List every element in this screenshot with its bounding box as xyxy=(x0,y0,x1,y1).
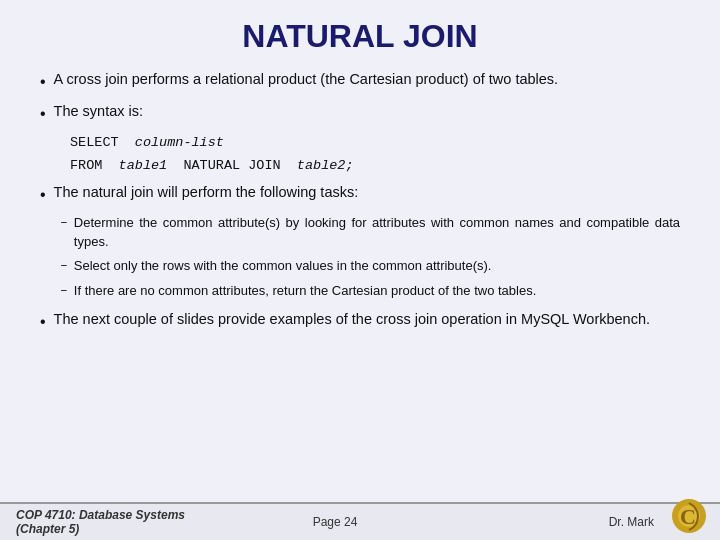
footer-logo: C xyxy=(670,498,710,536)
sub-bullet-1: – Determine the common attribute(s) by l… xyxy=(60,214,680,252)
bullet-1: • A cross join performs a relational pro… xyxy=(40,69,680,93)
code-column-list: column-list xyxy=(135,135,224,150)
footer-left: COP 4710: Database Systems (Chapter 5) xyxy=(16,508,229,536)
bullet-2: • The syntax is: xyxy=(40,101,680,125)
slide: NATURAL JOIN • A cross join performs a r… xyxy=(0,0,720,540)
sub-bullets: – Determine the common attribute(s) by l… xyxy=(60,214,680,301)
dash-2: – xyxy=(60,257,68,276)
code-line-2: FROM table1 NATURAL JOIN table2; xyxy=(70,156,680,176)
bullet-symbol-3: • xyxy=(40,183,46,206)
dash-3: – xyxy=(60,282,68,301)
footer-center: Page 24 xyxy=(229,515,442,529)
code-natural-join-keyword: NATURAL JOIN xyxy=(183,158,280,173)
slide-title: NATURAL JOIN xyxy=(0,0,720,65)
footer-right: Dr. Mark xyxy=(441,515,704,529)
bullet-symbol-4: • xyxy=(40,310,46,333)
slide-content: • A cross join performs a relational pro… xyxy=(0,65,720,502)
code-table1: table1 xyxy=(119,158,168,173)
dash-1: – xyxy=(60,214,68,233)
bullet-symbol-1: • xyxy=(40,70,46,93)
bullet-4: • The next couple of slides provide exam… xyxy=(40,309,680,333)
bullet-text-3: The natural join will perform the follow… xyxy=(54,182,680,203)
code-line-1: SELECT column-list xyxy=(70,133,680,153)
footer: COP 4710: Database Systems (Chapter 5) P… xyxy=(0,502,720,540)
bullet-text-4: The next couple of slides provide exampl… xyxy=(54,309,680,330)
code-from-keyword: FROM xyxy=(70,158,102,173)
logo-svg: C xyxy=(670,498,708,534)
bullet-3: • The natural join will perform the foll… xyxy=(40,182,680,206)
code-block: SELECT column-list FROM table1 NATURAL J… xyxy=(70,133,680,175)
bullet-text-2: The syntax is: xyxy=(54,101,680,122)
code-select-keyword: SELECT xyxy=(70,135,119,150)
bullet-text-1: A cross join performs a relational produ… xyxy=(54,69,680,90)
svg-text:C: C xyxy=(680,504,696,529)
sub-bullet-3: – If there are no common attributes, ret… xyxy=(60,282,680,301)
bullet-symbol-2: • xyxy=(40,102,46,125)
sub-text-3: If there are no common attributes, retur… xyxy=(74,282,680,301)
code-table2: table2; xyxy=(297,158,354,173)
sub-bullet-2: – Select only the rows with the common v… xyxy=(60,257,680,276)
sub-text-2: Select only the rows with the common val… xyxy=(74,257,680,276)
sub-text-1: Determine the common attribute(s) by loo… xyxy=(74,214,680,252)
